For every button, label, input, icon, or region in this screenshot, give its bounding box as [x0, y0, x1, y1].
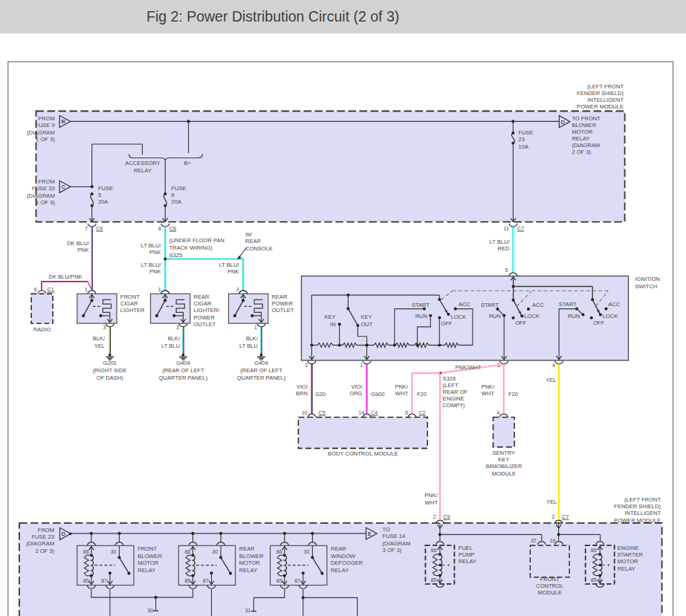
svg-text:23: 23 — [519, 136, 525, 143]
svg-text:1 OF 3): 1 OF 3) — [36, 199, 55, 206]
svg-text:CONTROL: CONTROL — [536, 583, 563, 589]
svg-text:10A: 10A — [519, 143, 529, 150]
svg-text:2 OF 3): 2 OF 3) — [572, 149, 591, 155]
svg-text:C9: C9 — [96, 226, 103, 231]
svg-text:2: 2 — [433, 514, 436, 519]
svg-text:2: 2 — [551, 514, 554, 519]
svg-text:IN: IN — [330, 321, 336, 328]
svg-text:WHT: WHT — [425, 499, 439, 506]
svg-text:WHT: WHT — [395, 390, 409, 397]
svg-text:C5: C5 — [319, 410, 326, 415]
svg-text:MOTOR: MOTOR — [137, 560, 159, 566]
svg-text:OFF: OFF — [593, 320, 604, 326]
svg-text:FROM: FROM — [38, 178, 54, 185]
svg-text:IMMOBILIZER: IMMOBILIZER — [485, 463, 522, 470]
svg-text:C9: C9 — [443, 514, 450, 519]
svg-text:87: 87 — [203, 578, 209, 583]
svg-text:PNK: PNK — [149, 268, 161, 275]
svg-text:2 OF 3): 2 OF 3) — [35, 548, 54, 554]
svg-text:FUSE: FUSE — [519, 129, 534, 136]
svg-text:Fig 2: Power Distribution Circ: Fig 2: Power Distribution Circuit (2 of … — [146, 8, 399, 25]
svg-text:PNK: PNK — [149, 249, 161, 256]
svg-text:19: 19 — [550, 538, 556, 543]
svg-text:KEY: KEY — [324, 314, 335, 320]
svg-text:TO: TO — [383, 526, 390, 533]
svg-text:RUN: RUN — [568, 313, 580, 320]
svg-text:PUMP: PUMP — [459, 551, 475, 558]
svg-text:85: 85 — [276, 578, 282, 583]
svg-text:FENDER SHIELD): FENDER SHIELD) — [614, 503, 661, 510]
svg-text:1 OF 3): 1 OF 3) — [36, 136, 55, 143]
svg-text:LIGHTER: LIGHTER — [120, 307, 145, 314]
svg-text:11: 11 — [504, 226, 509, 231]
svg-text:LOCK: LOCK — [524, 313, 540, 320]
svg-text:RELAY: RELAY — [134, 167, 152, 174]
svg-text:FROM: FROM — [38, 527, 54, 534]
svg-text:LIGHTER/: LIGHTER/ — [194, 307, 221, 314]
svg-text:POWER MODULE: POWER MODULE — [614, 517, 661, 524]
svg-text:RELAY: RELAY — [572, 135, 589, 142]
svg-text:(LEFT: (LEFT — [443, 382, 459, 389]
svg-text:C4: C4 — [371, 410, 378, 415]
svg-text:BODY CONTROL MODULE: BODY CONTROL MODULE — [328, 450, 398, 457]
svg-text:C7: C7 — [562, 514, 569, 519]
svg-text:CIGAR: CIGAR — [194, 300, 212, 307]
svg-text:FRONT: FRONT — [120, 294, 140, 300]
svg-text:(DIAGRAM: (DIAGRAM — [572, 142, 600, 149]
svg-text:LOCK: LOCK — [451, 314, 467, 320]
svg-text:REAR: REAR — [272, 294, 288, 300]
svg-text:RELAY: RELAY — [331, 567, 349, 574]
svg-text:BLK/: BLK/ — [93, 335, 106, 342]
svg-text:QUARTER PANEL): QUARTER PANEL) — [237, 375, 286, 381]
svg-text:FUSE: FUSE — [172, 185, 187, 192]
svg-text:W/: W/ — [245, 231, 253, 238]
svg-text:C1: C1 — [48, 287, 54, 292]
svg-text:PNK/: PNK/ — [424, 492, 439, 499]
svg-text:86: 86 — [591, 548, 597, 553]
svg-text:86: 86 — [184, 549, 190, 554]
svg-text:5: 5 — [505, 268, 508, 273]
svg-text:REAR: REAR — [331, 545, 347, 552]
svg-text:FROM: FROM — [38, 115, 54, 122]
svg-text:YEL: YEL — [546, 377, 556, 383]
svg-text:FRONT: FRONT — [540, 576, 560, 583]
svg-text:G201: G201 — [103, 360, 117, 366]
svg-text:D: D — [561, 119, 565, 126]
svg-text:30: 30 — [111, 549, 117, 554]
svg-text:10: 10 — [302, 410, 308, 415]
svg-text:1: 1 — [85, 287, 88, 292]
svg-text:(DIAGRAM: (DIAGRAM — [383, 540, 411, 547]
svg-text:(DIAGRAM: (DIAGRAM — [27, 129, 55, 136]
svg-text:FUSE 33: FUSE 33 — [32, 185, 55, 192]
svg-text:1: 1 — [254, 325, 257, 330]
svg-text:ORG: ORG — [349, 390, 362, 397]
svg-text:14: 14 — [358, 410, 364, 415]
svg-text:START: START — [481, 302, 499, 308]
svg-text:20A: 20A — [98, 198, 109, 205]
svg-text:6: 6 — [34, 287, 37, 292]
svg-text:ACC: ACC — [608, 301, 620, 308]
svg-text:LT BLU/: LT BLU/ — [141, 262, 162, 268]
svg-text:20A: 20A — [172, 198, 182, 205]
svg-text:30: 30 — [304, 549, 310, 554]
svg-text:ACC: ACC — [459, 301, 470, 308]
svg-text:PNK/: PNK/ — [395, 383, 409, 390]
svg-text:QUARTER PANEL): QUARTER PANEL) — [159, 375, 208, 381]
svg-text:RUN: RUN — [415, 313, 427, 320]
svg-text:ACCESSORY: ACCESSORY — [125, 160, 160, 166]
svg-text:BLK/: BLK/ — [168, 335, 181, 342]
svg-text:SENTRY: SENTRY — [493, 450, 515, 456]
svg-text:MODULE: MODULE — [492, 470, 516, 477]
svg-text:G404: G404 — [254, 360, 268, 366]
svg-text:2: 2 — [305, 363, 308, 368]
svg-text:FUEL: FUEL — [459, 545, 473, 551]
svg-text:85: 85 — [184, 578, 190, 583]
svg-text:C: C — [61, 184, 65, 190]
svg-text:INTELLIGENT: INTELLIGENT — [624, 510, 661, 516]
svg-text:RUN: RUN — [489, 313, 501, 320]
svg-text:3: 3 — [103, 325, 106, 330]
svg-text:30: 30 — [147, 608, 153, 613]
svg-text:OUTLET: OUTLET — [272, 307, 294, 314]
svg-text:S326: S326 — [443, 375, 456, 382]
svg-text:OFF: OFF — [515, 320, 526, 326]
